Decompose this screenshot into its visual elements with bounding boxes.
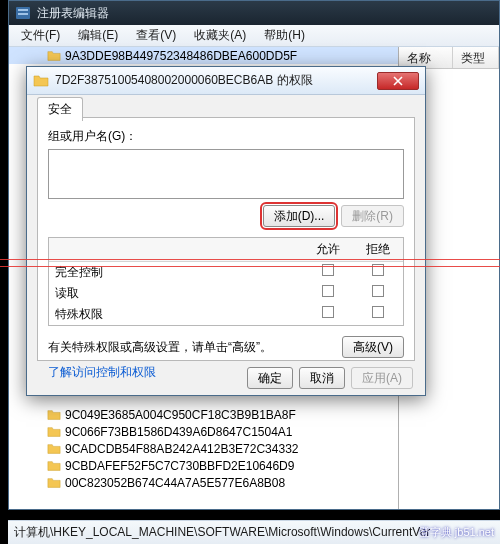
col-name[interactable]: 名称 [399,47,453,68]
tree-item[interactable]: 00C823052B674C44A7A5E577E6A8B08 [9,474,398,491]
security-tab-panel: 组或用户名(G)： 添加(D)... 删除(R) 允许 拒绝 完全控制读取特殊权… [37,117,415,361]
group-users-listbox[interactable] [48,149,404,199]
permissions-grid: 允许 拒绝 完全控制读取特殊权限 [48,237,404,326]
tree-item[interactable]: 9CADCDB54F88AB242A412B3E72C34332 [9,440,398,457]
tree-item[interactable]: 9CBDAFEF52F5C7C730BBFD2E10646D9 [9,457,398,474]
apply-button[interactable]: 应用(A) [351,367,413,389]
advanced-button[interactable]: 高级(V) [342,336,404,358]
statusbar-path: 计算机\HKEY_LOCAL_MACHINE\SOFTWARE\Microsof… [14,524,430,541]
learn-acl-link[interactable]: 了解访问控制和权限 [48,364,156,381]
remove-button[interactable]: 删除(R) [341,205,404,227]
folder-icon [47,476,61,490]
perm-col-allow: 允许 [303,238,353,261]
permissions-dialog: 7D2F38751005408002000060BECB6AB 的权限 安全 组… [26,66,426,396]
regedit-titlebar[interactable]: 注册表编辑器 [9,1,499,25]
deny-checkbox[interactable] [372,306,384,318]
col-type[interactable]: 类型 [453,47,499,68]
permissions-body: 安全 组或用户名(G)： 添加(D)... 删除(R) 允许 拒绝 完全控制读取… [27,95,425,395]
permission-name: 特殊权限 [49,306,303,323]
svg-rect-1 [18,9,28,11]
regedit-title: 注册表编辑器 [37,5,109,22]
menubar: 文件(F) 编辑(E) 查看(V) 收藏夹(A) 帮助(H) [9,25,499,47]
cancel-button[interactable]: 取消 [299,367,345,389]
regedit-icon [15,5,31,21]
add-button[interactable]: 添加(D)... [263,205,336,227]
folder-icon [47,459,61,473]
tree-item[interactable]: 9C066F73BB1586D439A6D8647C1504A1 [9,423,398,440]
group-users-label: 组或用户名(G)： [48,128,404,145]
menu-file[interactable]: 文件(F) [13,25,68,46]
permission-row: 特殊权限 [49,304,403,325]
annotation-line [0,259,500,260]
tree-item-label: 9A3DDE98B449752348486DBEA600DD5F [65,49,297,63]
menu-edit[interactable]: 编辑(E) [70,25,126,46]
permissions-title: 7D2F38751005408002000060BECB6AB 的权限 [55,72,377,89]
permissions-titlebar[interactable]: 7D2F38751005408002000060BECB6AB 的权限 [27,67,425,95]
tree-item-label: 9CBDAFEF52F5C7C730BBFD2E10646D9 [65,459,294,473]
tree-item[interactable]: 9C049E3685A004C950CF18C3B9B1BA8F [9,406,398,423]
deny-checkbox[interactable] [372,285,384,297]
perm-col-deny: 拒绝 [353,238,403,261]
annotation-line [0,266,500,267]
permission-row: 读取 [49,283,403,304]
folder-icon [47,442,61,456]
allow-checkbox[interactable] [322,285,334,297]
permission-name: 读取 [49,285,303,302]
menu-help[interactable]: 帮助(H) [256,25,313,46]
watermark: 登字典 jb51.net [419,525,494,540]
menu-view[interactable]: 查看(V) [128,25,184,46]
tab-security[interactable]: 安全 [37,97,83,121]
tree-item-label: 9CADCDB54F88AB242A412B3E72C34332 [65,442,299,456]
close-button[interactable] [377,72,419,90]
tree-item-label: 9C066F73BB1586D439A6D8647C1504A1 [65,425,293,439]
svg-rect-2 [18,13,28,15]
folder-icon [47,425,61,439]
menu-favorites[interactable]: 收藏夹(A) [186,25,254,46]
allow-checkbox[interactable] [322,306,334,318]
tree-item-label: 9C049E3685A004C950CF18C3B9B1BA8F [65,408,296,422]
tree-item[interactable]: 9A3DDE98B449752348486DBEA600DD5F [9,47,398,64]
perm-col-blank [49,238,303,261]
tree-item-label: 00C823052B674C44A7A5E577E6A8B08 [65,476,285,490]
folder-icon [33,73,49,89]
ok-button[interactable]: 确定 [247,367,293,389]
folder-icon [47,408,61,422]
advanced-hint: 有关特殊权限或高级设置，请单击“高级”。 [48,339,342,356]
folder-icon [47,49,61,63]
